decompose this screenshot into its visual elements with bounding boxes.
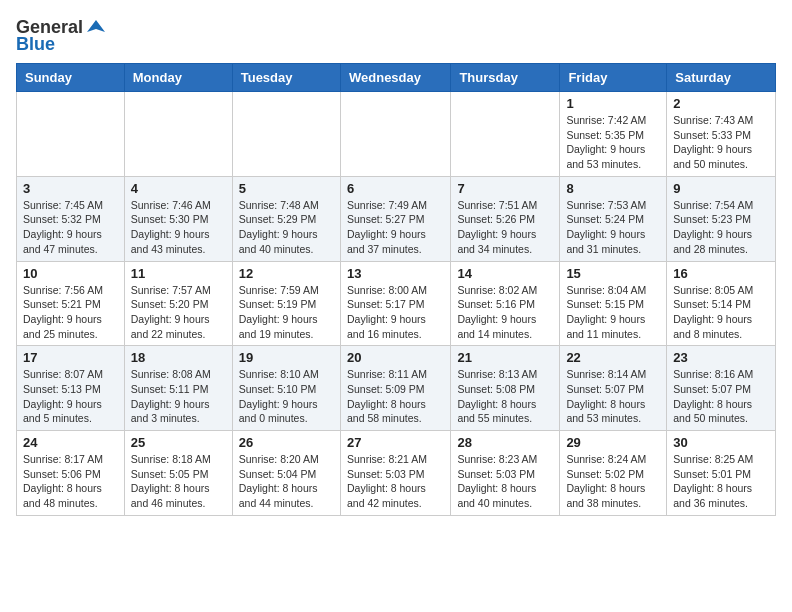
day-number: 1 xyxy=(566,96,660,111)
day-info: Sunrise: 7:46 AM Sunset: 5:30 PM Dayligh… xyxy=(131,198,226,257)
day-info: Sunrise: 8:05 AM Sunset: 5:14 PM Dayligh… xyxy=(673,283,769,342)
day-info: Sunrise: 7:59 AM Sunset: 5:19 PM Dayligh… xyxy=(239,283,334,342)
day-number: 17 xyxy=(23,350,118,365)
svg-marker-0 xyxy=(87,20,105,32)
calendar-cell: 20Sunrise: 8:11 AM Sunset: 5:09 PM Dayli… xyxy=(340,346,450,431)
calendar-cell: 18Sunrise: 8:08 AM Sunset: 5:11 PM Dayli… xyxy=(124,346,232,431)
page-header: General Blue xyxy=(16,16,776,55)
day-info: Sunrise: 8:00 AM Sunset: 5:17 PM Dayligh… xyxy=(347,283,444,342)
calendar-cell: 29Sunrise: 8:24 AM Sunset: 5:02 PM Dayli… xyxy=(560,431,667,516)
day-info: Sunrise: 7:54 AM Sunset: 5:23 PM Dayligh… xyxy=(673,198,769,257)
day-number: 25 xyxy=(131,435,226,450)
day-info: Sunrise: 7:57 AM Sunset: 5:20 PM Dayligh… xyxy=(131,283,226,342)
day-number: 26 xyxy=(239,435,334,450)
day-number: 30 xyxy=(673,435,769,450)
day-number: 22 xyxy=(566,350,660,365)
calendar-cell: 5Sunrise: 7:48 AM Sunset: 5:29 PM Daylig… xyxy=(232,176,340,261)
day-number: 5 xyxy=(239,181,334,196)
day-info: Sunrise: 8:13 AM Sunset: 5:08 PM Dayligh… xyxy=(457,367,553,426)
day-info: Sunrise: 7:42 AM Sunset: 5:35 PM Dayligh… xyxy=(566,113,660,172)
day-info: Sunrise: 7:53 AM Sunset: 5:24 PM Dayligh… xyxy=(566,198,660,257)
day-info: Sunrise: 7:43 AM Sunset: 5:33 PM Dayligh… xyxy=(673,113,769,172)
day-number: 21 xyxy=(457,350,553,365)
day-number: 6 xyxy=(347,181,444,196)
day-number: 3 xyxy=(23,181,118,196)
day-info: Sunrise: 8:11 AM Sunset: 5:09 PM Dayligh… xyxy=(347,367,444,426)
day-number: 27 xyxy=(347,435,444,450)
calendar-cell: 27Sunrise: 8:21 AM Sunset: 5:03 PM Dayli… xyxy=(340,431,450,516)
calendar-week-row: 10Sunrise: 7:56 AM Sunset: 5:21 PM Dayli… xyxy=(17,261,776,346)
calendar-table: SundayMondayTuesdayWednesdayThursdayFrid… xyxy=(16,63,776,516)
day-number: 29 xyxy=(566,435,660,450)
calendar-cell: 22Sunrise: 8:14 AM Sunset: 5:07 PM Dayli… xyxy=(560,346,667,431)
day-number: 12 xyxy=(239,266,334,281)
day-info: Sunrise: 8:20 AM Sunset: 5:04 PM Dayligh… xyxy=(239,452,334,511)
day-info: Sunrise: 8:23 AM Sunset: 5:03 PM Dayligh… xyxy=(457,452,553,511)
day-info: Sunrise: 8:25 AM Sunset: 5:01 PM Dayligh… xyxy=(673,452,769,511)
day-number: 14 xyxy=(457,266,553,281)
day-number: 18 xyxy=(131,350,226,365)
calendar-cell: 25Sunrise: 8:18 AM Sunset: 5:05 PM Dayli… xyxy=(124,431,232,516)
weekday-header-wednesday: Wednesday xyxy=(340,64,450,92)
calendar-week-row: 3Sunrise: 7:45 AM Sunset: 5:32 PM Daylig… xyxy=(17,176,776,261)
calendar-cell xyxy=(232,92,340,177)
day-number: 19 xyxy=(239,350,334,365)
calendar-cell: 9Sunrise: 7:54 AM Sunset: 5:23 PM Daylig… xyxy=(667,176,776,261)
day-number: 23 xyxy=(673,350,769,365)
day-info: Sunrise: 8:16 AM Sunset: 5:07 PM Dayligh… xyxy=(673,367,769,426)
weekday-header-saturday: Saturday xyxy=(667,64,776,92)
calendar-cell: 30Sunrise: 8:25 AM Sunset: 5:01 PM Dayli… xyxy=(667,431,776,516)
calendar-cell: 2Sunrise: 7:43 AM Sunset: 5:33 PM Daylig… xyxy=(667,92,776,177)
calendar-cell: 7Sunrise: 7:51 AM Sunset: 5:26 PM Daylig… xyxy=(451,176,560,261)
day-info: Sunrise: 8:04 AM Sunset: 5:15 PM Dayligh… xyxy=(566,283,660,342)
calendar-cell: 11Sunrise: 7:57 AM Sunset: 5:20 PM Dayli… xyxy=(124,261,232,346)
calendar-cell: 8Sunrise: 7:53 AM Sunset: 5:24 PM Daylig… xyxy=(560,176,667,261)
calendar-cell: 6Sunrise: 7:49 AM Sunset: 5:27 PM Daylig… xyxy=(340,176,450,261)
calendar-cell: 3Sunrise: 7:45 AM Sunset: 5:32 PM Daylig… xyxy=(17,176,125,261)
logo: General Blue xyxy=(16,16,107,55)
calendar-cell: 23Sunrise: 8:16 AM Sunset: 5:07 PM Dayli… xyxy=(667,346,776,431)
day-number: 4 xyxy=(131,181,226,196)
weekday-header-friday: Friday xyxy=(560,64,667,92)
logo-bird-icon xyxy=(85,16,107,38)
calendar-cell xyxy=(124,92,232,177)
weekday-header-sunday: Sunday xyxy=(17,64,125,92)
calendar-week-row: 24Sunrise: 8:17 AM Sunset: 5:06 PM Dayli… xyxy=(17,431,776,516)
calendar-header-row: SundayMondayTuesdayWednesdayThursdayFrid… xyxy=(17,64,776,92)
calendar-cell: 28Sunrise: 8:23 AM Sunset: 5:03 PM Dayli… xyxy=(451,431,560,516)
day-info: Sunrise: 7:56 AM Sunset: 5:21 PM Dayligh… xyxy=(23,283,118,342)
day-info: Sunrise: 8:17 AM Sunset: 5:06 PM Dayligh… xyxy=(23,452,118,511)
calendar-cell: 15Sunrise: 8:04 AM Sunset: 5:15 PM Dayli… xyxy=(560,261,667,346)
day-info: Sunrise: 7:48 AM Sunset: 5:29 PM Dayligh… xyxy=(239,198,334,257)
calendar-cell: 24Sunrise: 8:17 AM Sunset: 5:06 PM Dayli… xyxy=(17,431,125,516)
calendar-cell xyxy=(340,92,450,177)
day-info: Sunrise: 7:51 AM Sunset: 5:26 PM Dayligh… xyxy=(457,198,553,257)
day-info: Sunrise: 8:14 AM Sunset: 5:07 PM Dayligh… xyxy=(566,367,660,426)
calendar-cell: 10Sunrise: 7:56 AM Sunset: 5:21 PM Dayli… xyxy=(17,261,125,346)
weekday-header-monday: Monday xyxy=(124,64,232,92)
day-info: Sunrise: 8:10 AM Sunset: 5:10 PM Dayligh… xyxy=(239,367,334,426)
day-number: 13 xyxy=(347,266,444,281)
day-info: Sunrise: 7:49 AM Sunset: 5:27 PM Dayligh… xyxy=(347,198,444,257)
weekday-header-thursday: Thursday xyxy=(451,64,560,92)
day-info: Sunrise: 8:07 AM Sunset: 5:13 PM Dayligh… xyxy=(23,367,118,426)
day-info: Sunrise: 8:18 AM Sunset: 5:05 PM Dayligh… xyxy=(131,452,226,511)
day-info: Sunrise: 8:02 AM Sunset: 5:16 PM Dayligh… xyxy=(457,283,553,342)
day-info: Sunrise: 7:45 AM Sunset: 5:32 PM Dayligh… xyxy=(23,198,118,257)
day-number: 9 xyxy=(673,181,769,196)
calendar-cell: 21Sunrise: 8:13 AM Sunset: 5:08 PM Dayli… xyxy=(451,346,560,431)
day-number: 7 xyxy=(457,181,553,196)
day-number: 24 xyxy=(23,435,118,450)
calendar-cell xyxy=(17,92,125,177)
day-number: 16 xyxy=(673,266,769,281)
day-number: 28 xyxy=(457,435,553,450)
calendar-cell: 14Sunrise: 8:02 AM Sunset: 5:16 PM Dayli… xyxy=(451,261,560,346)
calendar-cell: 1Sunrise: 7:42 AM Sunset: 5:35 PM Daylig… xyxy=(560,92,667,177)
day-number: 15 xyxy=(566,266,660,281)
calendar-cell: 26Sunrise: 8:20 AM Sunset: 5:04 PM Dayli… xyxy=(232,431,340,516)
day-number: 8 xyxy=(566,181,660,196)
day-info: Sunrise: 8:21 AM Sunset: 5:03 PM Dayligh… xyxy=(347,452,444,511)
calendar-cell: 4Sunrise: 7:46 AM Sunset: 5:30 PM Daylig… xyxy=(124,176,232,261)
day-number: 2 xyxy=(673,96,769,111)
day-info: Sunrise: 8:24 AM Sunset: 5:02 PM Dayligh… xyxy=(566,452,660,511)
